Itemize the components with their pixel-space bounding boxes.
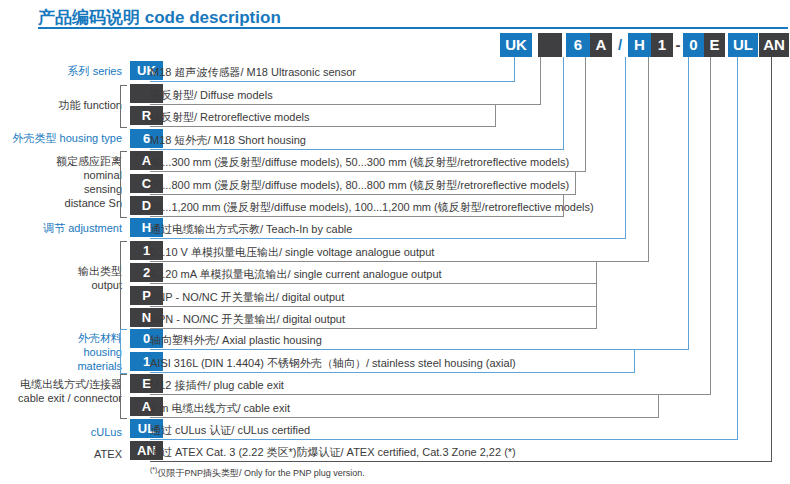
connector-vline [634,349,635,372]
option-desc-atex: 通过 ATEX Cat. 3 (2.22 类区*)防爆认证/ ATEX cert… [150,445,516,460]
connector-vline [658,394,659,417]
bracket-sensing-distance [120,151,127,218]
option-desc-voltage-output: 0...10 V 单模拟量电压输出/ single voltage analog… [150,245,434,260]
connector-vline [596,283,597,306]
label-housing-materials-line1: 外壳材料 [0,331,122,345]
option-desc-retroreflective: 镜反射型/ Retroreflective models [150,110,310,125]
label-sensing-distance-line1: 额定感应距离 [0,154,122,168]
connector-vline [596,261,597,283]
connector-hline [150,461,772,462]
label-function: 功能 function [0,98,122,112]
connector-vline [771,57,772,461]
connector-vline [688,57,689,349]
label-sensing-distance-line4: distance Sn [0,196,122,210]
label-sensing-distance-line2: nominal [0,168,122,182]
strip-box-an: AN [759,33,789,57]
connector-vline [585,57,586,171]
strip-box-uk: UK [500,33,532,57]
connector-vline [575,171,576,194]
bracket-output [120,241,127,330]
label-atex: ATEX [0,447,122,461]
strip-box-6: 6 [566,33,590,57]
connector-hline [150,238,626,239]
connector-vline [710,57,711,394]
page-title-zh: 产品编码说明 [38,8,140,27]
connector-hline [150,394,711,395]
connector-hline [150,149,564,150]
label-housing-type: 外壳类型 housing type [0,131,122,145]
connector-vline [495,104,496,126]
connector-hline [150,261,649,262]
connector-hline [150,194,576,195]
connector-hline [150,81,515,82]
option-desc-diffuse: 漫反射型/ Diffuse models [150,88,273,103]
connector-hline [150,306,597,307]
label-housing-materials: 外壳材料 housing materials [0,331,122,373]
label-housing-materials-line3: materials [0,359,122,373]
option-desc-pnp-output: PNP - NO/NC 开关量输出/ digital output [150,290,344,305]
connector-hline [150,104,541,105]
connector-hline [150,417,659,418]
strip-dash: - [673,33,683,57]
option-desc-cable-exit: 2 m 电缆出线方式/ cable exit [150,401,290,416]
footnote: (*)仅限于PNP插头类型/ Only for the PNP plug ver… [150,466,365,480]
strip-box-e: E [704,33,725,57]
connector-vline [514,57,515,81]
strip-box-ul: UL [728,33,758,57]
strip-box-1: 1 [651,33,673,57]
connector-hline [150,439,738,440]
option-desc-culus: 通过 cULus 认证/ cULus certified [150,423,310,438]
strip-box-a: A [590,33,612,57]
label-sensing-distance-line3: sensing [0,182,122,196]
connector-vline [563,194,564,216]
connector-hline [150,126,496,127]
connector-vline [625,57,626,238]
title-rule [38,27,788,29]
page-title-en: code description [145,8,281,27]
strip-box-h: H [628,33,651,57]
connector-vline [648,57,649,261]
strip-box-blank [538,33,562,57]
option-desc-current-output: 4...20 mA 单模拟量电流输出/ single current analo… [150,267,442,282]
connector-hline [150,372,635,373]
connector-vline [737,57,738,439]
option-desc-teach-in: 通过电缆输出方式示教/ Teach-In by cable [150,222,352,237]
label-sensing-distance: 额定感应距离 nominal sensing distance Sn [0,154,122,210]
option-desc-npn-output: NPN - NO/NC 开关量输出/ digital output [150,312,345,327]
label-cable-exit-line2: cable exit / connector [0,391,122,405]
label-series: 系列 series [0,64,122,78]
strip-box-0: 0 [683,33,704,57]
bracket-cable-exit [120,374,127,419]
connector-hline [150,283,597,284]
label-culus: cULus [0,425,122,439]
label-housing-materials-line2: housing [0,345,122,359]
bracket-housing-materials [120,329,127,374]
label-adjustment: 调节 adjustment [0,221,122,235]
page-title: 产品编码说明 code description [38,6,281,29]
connector-vline [563,57,564,149]
footnote-text: 仅限于PNP插头类型/ Only for the PNP plug versio… [157,468,364,478]
label-output-line2: output [0,278,122,292]
connector-hline [150,216,564,217]
connector-hline [150,328,597,329]
connector-vline [540,57,541,104]
strip-slash: / [612,33,628,57]
option-desc-plastic-housing: 轴向塑料外壳/ Axial plastic housing [150,333,322,348]
label-cable-exit: 电缆出线方式/连接器 cable exit / connector [0,377,122,405]
option-desc-range-d: 80...1,200 mm (漫反射型/diffuse models), 100… [150,200,594,215]
code-description-page: 产品编码说明 code description UK 6 A / H 1 - 0… [0,0,790,484]
label-output-line1: 输出类型 [0,264,122,278]
bracket-function [120,85,127,128]
option-desc-plug-exit: M12 接插件/ plug cable exit [150,378,284,393]
label-cable-exit-line1: 电缆出线方式/连接器 [0,377,122,391]
connector-hline [150,349,689,350]
option-desc-uk: M18 超声波传感器/ M18 Ultrasonic sensor [150,65,356,80]
connector-hline [150,171,586,172]
connector-vline [596,306,597,328]
option-desc-short-housing: M18 短外壳/ M18 Short housing [150,133,306,148]
label-output: 输出类型 output [0,264,122,292]
option-desc-steel-housing: AISI 316L (DIN 1.4404) 不锈钢外壳（轴向）/ stainl… [150,356,516,371]
option-desc-range-c: 60...800 mm (漫反射型/diffuse models), 80...… [150,178,569,193]
option-desc-range-a: 40...300 mm (漫反射型/diffuse models), 50...… [150,155,569,170]
